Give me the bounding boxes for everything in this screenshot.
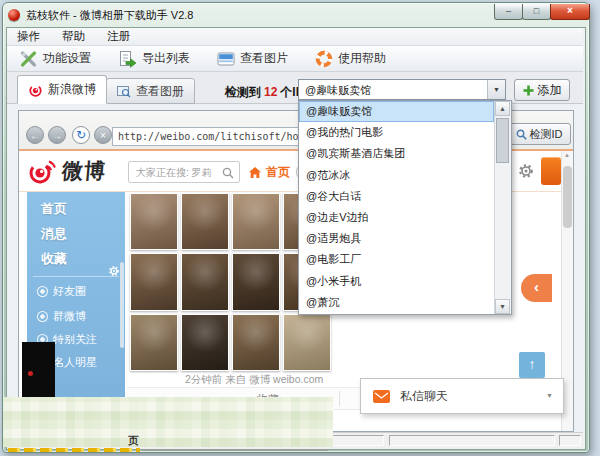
dropdown-item[interactable]: @凯宾斯基酒店集团 xyxy=(299,143,494,164)
photo-thumbnail[interactable] xyxy=(283,314,331,371)
dropdown-item[interactable]: @适男炮具 xyxy=(299,228,494,249)
weibo-search-input[interactable]: 大家正在搜: 罗莉 xyxy=(128,161,240,183)
tab-view-albums-label: 查看图册 xyxy=(136,83,184,100)
forward-button[interactable]: → xyxy=(48,126,66,144)
menu-help[interactable]: 帮助 xyxy=(62,29,85,44)
dropdown-scroll-thumb[interactable] xyxy=(496,118,509,163)
post-timestamp[interactable]: 2分钟前 来自 微博 weibo.com xyxy=(185,373,323,387)
back-to-top-button[interactable]: ↑ xyxy=(519,352,545,378)
detect-id-label: 检测ID xyxy=(530,127,563,142)
weibo-home-label: 首页 xyxy=(266,164,290,181)
photo-thumbnail[interactable] xyxy=(181,193,229,250)
help-button[interactable]: 使用帮助 xyxy=(315,50,386,68)
photo-thumbnail[interactable] xyxy=(232,314,280,371)
tab-sina-weibo-label: 新浪微博 xyxy=(48,81,96,98)
id-dropdown-list: @趣味贩卖馆 @我的热门电影 @凯宾斯基酒店集团 @范冰冰 @谷大白话 @边走V… xyxy=(298,100,512,315)
private-chat-label: 私信聊天 xyxy=(400,388,448,405)
sidebar-scrollbar[interactable] xyxy=(120,262,124,348)
gear-icon[interactable] xyxy=(519,164,533,178)
censored-block xyxy=(22,342,55,400)
search-placeholder: 大家正在搜: 罗莉 xyxy=(136,167,212,178)
menu-operate[interactable]: 操作 xyxy=(17,29,40,44)
weibo-logo-icon xyxy=(29,158,56,185)
combobox-arrow-icon[interactable]: ▼ xyxy=(487,80,505,99)
group-weibo-icon xyxy=(37,311,48,322)
dropdown-item[interactable]: @电影工厂 xyxy=(299,249,494,270)
dropdown-item[interactable]: @边走V边拍 xyxy=(299,207,494,228)
sidebar-item-friends-circle[interactable]: 好友圈 xyxy=(37,284,86,299)
collapse-pill-button[interactable]: ‹ xyxy=(521,274,552,302)
photo-thumbnail[interactable] xyxy=(130,253,178,311)
menu-register[interactable]: 注册 xyxy=(107,29,130,44)
export-list-icon xyxy=(118,50,137,68)
view-images-button[interactable]: 查看图片 xyxy=(217,50,288,67)
dropdown-item[interactable]: @我的热门电影 xyxy=(299,122,494,143)
help-label: 使用帮助 xyxy=(338,50,386,67)
tab-sina-weibo[interactable]: 新浪微博 xyxy=(17,75,107,104)
popup-caret-icon[interactable]: ▼ xyxy=(546,392,553,399)
compose-button[interactable] xyxy=(541,157,561,185)
view-images-label: 查看图片 xyxy=(240,50,288,67)
sidebar-item-favorites[interactable]: 收藏 xyxy=(41,250,67,268)
weibo-home-link[interactable]: 首页 xyxy=(248,164,290,181)
dropdown-item[interactable]: @范冰冰 xyxy=(299,165,494,186)
maximize-button[interactable]: □ xyxy=(522,4,551,20)
progress-dashes xyxy=(8,448,140,452)
photo-thumbnail[interactable] xyxy=(130,193,178,250)
weibo-eye-icon xyxy=(28,83,43,97)
id-combobox[interactable]: @趣味贩卖馆 ▼ xyxy=(298,79,506,100)
photo-thumbnail[interactable] xyxy=(181,314,229,371)
back-button[interactable]: ← xyxy=(26,126,44,144)
status-panel xyxy=(559,435,581,446)
refresh-button[interactable]: ↻ xyxy=(72,126,90,144)
status-partial-text: 页 xyxy=(128,434,139,448)
desktop: 荔枝软件 - 微博相册下载助手 V2.8 – □ × 操作 帮助 注册 功能设置… xyxy=(0,0,600,456)
sidebar-gear-icon[interactable] xyxy=(109,266,119,276)
scroll-up-icon[interactable]: ▲ xyxy=(495,101,510,116)
app-icon xyxy=(8,9,20,21)
search-icon xyxy=(222,167,234,179)
detected-ids-label: 检测到12个ID: xyxy=(225,84,308,101)
status-panel xyxy=(389,435,555,446)
tab-view-albums[interactable]: 查看图册 xyxy=(106,78,195,104)
menu-bar: 操作 帮助 注册 xyxy=(7,28,583,46)
settings-label: 功能设置 xyxy=(43,50,91,67)
window-controls: – □ × xyxy=(495,4,590,20)
stop-button[interactable]: × xyxy=(94,126,112,144)
progress-line xyxy=(142,449,328,451)
title-bar[interactable]: 荔枝软件 - 微博相册下载助手 V2.8 xyxy=(8,5,508,25)
album-viewer-icon xyxy=(117,85,131,98)
sidebar-item-home[interactable]: 首页 xyxy=(41,200,67,218)
help-ring-icon xyxy=(315,50,333,68)
close-button[interactable]: × xyxy=(550,4,590,20)
sidebar-item-messages[interactable]: 消息 xyxy=(41,225,67,243)
toolbar: 功能设置 导出列表 查看图片 使用帮助 xyxy=(7,46,583,72)
photo-thumbnail[interactable] xyxy=(232,193,280,250)
photo-thumbnail[interactable] xyxy=(181,253,229,311)
dropdown-item[interactable]: @谷大白话 xyxy=(299,186,494,207)
dropdown-item[interactable]: @小米手机 xyxy=(299,271,494,292)
weibo-logo-text: 微博 xyxy=(61,157,107,185)
minimize-button[interactable]: – xyxy=(494,4,523,20)
weibo-logo[interactable]: 微博 xyxy=(29,157,106,185)
export-list-button[interactable]: 导出列表 xyxy=(118,50,190,68)
private-chat-popup[interactable]: 私信聊天 ▼ xyxy=(360,378,564,414)
plus-icon xyxy=(523,85,534,96)
mosaic-censor-overlay xyxy=(3,397,333,447)
scroll-down-icon[interactable]: ▼ xyxy=(495,299,510,314)
id-combobox-value: @趣味贩卖馆 xyxy=(305,83,371,98)
add-id-button[interactable]: 添加 xyxy=(514,79,570,101)
add-id-label: 添加 xyxy=(538,82,562,99)
photo-thumbnail[interactable] xyxy=(130,314,178,371)
dropdown-scrollbar[interactable]: ▲ ▼ xyxy=(494,101,511,314)
scroll-up-icon[interactable]: ▲ xyxy=(564,152,570,158)
settings-button[interactable]: 功能设置 xyxy=(19,50,91,68)
page-scroll-thumb[interactable] xyxy=(563,166,572,228)
dropdown-item[interactable]: @趣味贩卖馆 xyxy=(299,101,494,122)
photo-thumbnail[interactable] xyxy=(232,253,280,311)
detect-id-button[interactable]: 检测ID xyxy=(507,123,571,145)
dropdown-item[interactable]: @萧沉 xyxy=(299,292,494,313)
magnifier-icon xyxy=(516,129,527,140)
sidebar-item-group-weibo[interactable]: 群微博 xyxy=(37,309,86,324)
divider xyxy=(339,391,340,406)
